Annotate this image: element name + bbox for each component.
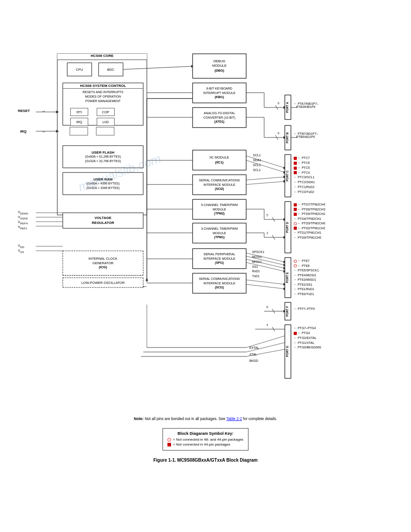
reset-arrow: →	[41, 108, 46, 113]
block-diagram: 8 8 5	[9, 9, 402, 412]
svg-rect-6	[70, 127, 88, 135]
irq-label: IRQ	[20, 129, 26, 133]
svg-text:5: 5	[266, 214, 268, 217]
user-flash-desc: (Gx60A = 61,268 BYTES)(Gx32A = 32,768 BY…	[85, 154, 121, 163]
tpm2-label: 5-CHANNEL TIMER/PWMMODULE(TPM2)	[201, 203, 238, 216]
table-link[interactable]: Table 2-2	[226, 416, 242, 421]
symbol-key-text-1: = Not connected in 48- and 44-pin packag…	[173, 438, 243, 442]
sci2-label: SERIAL COMMUNICATIONSINTERFACE MODULE(SC…	[199, 178, 240, 191]
user-ram-block: USER RAM (Gx60A = 4096 BYTES)(Gx32A = 20…	[63, 172, 143, 195]
vrefl-label: VREFL	[18, 225, 27, 230]
red-circle-icon	[167, 438, 171, 442]
kbi-label: 8-BIT KEYBOARDINTERRUPT MODULE(KBI1)	[203, 86, 235, 99]
svg-line-113	[123, 66, 193, 69]
vddad-label: VDDAD	[18, 210, 28, 215]
symbol-key-title: Block Diagaram Symbol Key:	[167, 431, 243, 436]
sci2-block: SERIAL COMMUNICATIONSINTERFACE MODULE(SC…	[193, 175, 246, 195]
lvd-block: LVD	[97, 118, 115, 126]
svg-text:8: 8	[278, 132, 279, 135]
svg-line-53	[275, 105, 278, 110]
port-e-label: PORT E	[285, 257, 291, 298]
svg-text:4: 4	[266, 323, 268, 326]
svg-line-89	[246, 280, 285, 284]
portg-signals: EXTAL XTAL BKGD	[249, 345, 259, 365]
portc-pins: ← PTC7 ← PTC6 ← PTC5 ← PTC4 ← PTC3/SCL1 …	[294, 156, 315, 195]
voltage-reg-label: VOLTAGEREGULATOR	[92, 216, 114, 225]
tpm2-block: 5-CHANNEL TIMER/PWMMODULE(TPM2)	[193, 199, 246, 219]
port-c-label: PORT C	[285, 154, 291, 197]
cop-block: COP	[97, 108, 115, 116]
portd-pins: ← PTD7/TPM2CH4 ← PTD6/TPM2CH3 ← PTD5/TPM…	[294, 202, 325, 240]
atd-block: ANALOG-TO-DIGITALCONVERTER (10-BIT)(ATD1…	[193, 107, 246, 128]
bdc-block: BDC	[98, 63, 123, 76]
note-text: Not all pins are bonded out in all packa…	[145, 416, 225, 421]
vss-label: VSS	[18, 249, 24, 253]
cpu-block: CPU	[67, 63, 92, 76]
symbol-key: Block Diagaram Symbol Key: = Not connect…	[163, 428, 248, 450]
tpm1-label: 3-CHANNEL TIMER/PWMMODULE(TPM1)	[201, 227, 238, 240]
voltage-reg-block: VOLTAGEREGULATOR	[63, 213, 143, 228]
red-square-icon	[167, 443, 171, 446]
vssad-label: VSSAD	[18, 215, 28, 220]
svg-line-95	[272, 309, 275, 313]
symbol-key-container: Block Diagaram Symbol Key: = Not connect…	[9, 425, 402, 450]
icg-block: INTERNAL CLOCKGENERATOR(ICG)	[63, 251, 143, 275]
symbol-key-item-2: = Not connected in 44-pin packages	[167, 442, 243, 446]
svg-line-61	[246, 156, 285, 168]
portg-pins: ← PTG7–PTG4 ← PTG3 ← PTG2/EXTAL ← PTG1/X…	[294, 326, 321, 350]
page: 8 8 5	[0, 0, 411, 532]
svg-marker-100	[146, 278, 148, 281]
svg-line-65	[246, 177, 285, 180]
sci1-block: SERIAL COMMUNICATIONSINTERFACE MODULE(SC…	[193, 273, 246, 293]
user-ram-desc: (Gx60A = 4096 BYTES)(Gx32A = 2048 BYTES)	[86, 181, 120, 189]
debug-module-label: DEBUGMODULE(DBG)	[212, 59, 227, 73]
svg-line-108	[272, 327, 275, 331]
kbi-block: 8-BIT KEYBOARDINTERRUPT MODULE(KBI1)	[193, 83, 246, 103]
svg-line-91	[246, 284, 285, 289]
rti-block: RTI	[70, 108, 88, 116]
system-control-block: HCS08 SYSTEM CONTROL RESETS AND INTERRUP…	[63, 83, 143, 125]
user-flash-block: USER FLASH (Gx60A = 61,268 BYTES)(Gx32A …	[63, 146, 143, 168]
svg-line-67	[246, 181, 285, 184]
symbol-key-text-2: = Not connected in 44-pin packages	[173, 442, 230, 446]
svg-line-73	[272, 217, 275, 222]
icg-label: INTERNAL CLOCKGENERATOR(ICG)	[89, 257, 118, 270]
svg-line-79	[272, 235, 275, 240]
user-ram-title: USER RAM	[94, 177, 113, 181]
low-power-osc-label: LOW-POWER OSCILLATOR	[81, 281, 125, 285]
porta-pins: ← PTA7/KBI1P7– PTA0/KBI1P0	[294, 102, 319, 108]
system-control-desc: RESETS AND INTERRUPTSMODES OF OPERATIONP…	[63, 89, 143, 104]
svg-marker-42	[56, 130, 59, 133]
port-d-label: PORT D	[285, 202, 291, 253]
iic-block: IIC MODULE(IIC1)	[193, 150, 246, 170]
iic-signals: SCL1 SDA1 SCL1 SCL1	[253, 153, 261, 172]
system-control-title: HCS08 SYSTEM CONTROL	[63, 83, 143, 89]
note-text2: for complete details.	[243, 416, 277, 421]
svg-line-63	[246, 160, 285, 172]
svg-rect-7	[96, 127, 114, 135]
port-f-label: PORT F	[285, 302, 291, 320]
reset-label: RESET	[18, 109, 30, 113]
spi-signals: SPSCK1 MOSI1 MISO1 SS1 RxD1 TxD1	[252, 250, 265, 279]
porte-pins: ← PTE7 ← PTE6 ← PTE5/SPSCK1 ← PTE4/MOSI1…	[294, 259, 319, 296]
iic-label: IIC MODULE(IIC1)	[210, 155, 229, 165]
portf-pins: ← PTF7–PTF0	[294, 307, 315, 310]
irq-inner-block: IRQ	[70, 118, 88, 126]
portb-pins: ← PTB7/AD1P7– PTB0/AD1P0	[294, 132, 318, 138]
port-a-label: PORT A	[285, 95, 291, 120]
hcs08-core-label: HCS08 CORE	[57, 54, 147, 60]
svg-marker-40	[56, 111, 59, 113]
svg-text:8: 8	[266, 305, 268, 309]
svg-text:3: 3	[266, 232, 268, 235]
user-flash-title: USER FLASH	[91, 150, 114, 154]
svg-text:8: 8	[278, 102, 279, 105]
vrefh-label: VREFH	[18, 220, 28, 225]
svg-line-59	[275, 135, 278, 140]
note-section: Note: Not all pins are bonded out in all…	[9, 416, 402, 421]
port-b-label: PORT B	[285, 125, 291, 150]
spi-block: SERIAL PERIPHERALINTERFACE MODULE(SPI1)	[193, 249, 246, 269]
tpm1-block: 3-CHANNEL TIMER/PWMMODULE(TPM1)	[193, 223, 246, 243]
vdd-label: VDD	[18, 244, 24, 249]
symbol-key-item-1: = Not connected in 48- and 44-pin packag…	[167, 438, 243, 442]
spi-label: SERIAL PERIPHERALINTERFACE MODULE(SPI1)	[203, 252, 235, 265]
